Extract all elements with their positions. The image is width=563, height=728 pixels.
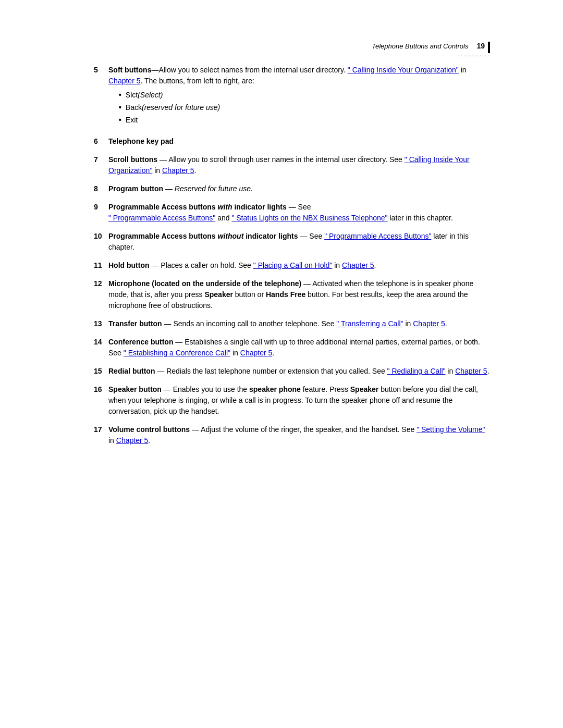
item-16-body: Speaker button — Enables you to use the … (108, 384, 490, 417)
item-number-16: 16 (94, 384, 108, 417)
link-placing-call-on-hold[interactable]: " Placing a Call on Hold" (253, 261, 333, 269)
item-7-body: Scroll buttons — Allow you to scroll thr… (108, 154, 490, 176)
list-item: 7 Scroll buttons — Allow you to scroll t… (94, 154, 490, 176)
link-chapter5-1[interactable]: Chapter 5 (108, 77, 140, 85)
bullet-list-5: Slct (Select) Back (reserved for future … (119, 90, 490, 126)
item-12-body: Microphone (located on the underside of … (108, 278, 490, 311)
link-prog-access-buttons-1[interactable]: " Programmable Access Buttons" (108, 214, 215, 222)
link-chapter5-6[interactable]: Chapter 5 (455, 367, 487, 375)
list-item: 9 Programmable Access buttons with indic… (94, 202, 490, 224)
header-title: Telephone Buttons and Controls (372, 42, 468, 50)
header-dots: ............ (458, 51, 490, 57)
link-conference-call[interactable]: " Establishing a Conference Call" (124, 349, 230, 357)
item-16-speaker-bold: Speaker (350, 385, 378, 393)
item-number-5: 5 (94, 65, 108, 129)
link-setting-volume[interactable]: " Setting the Volume" (417, 425, 485, 434)
item-12-speaker: Speaker (204, 290, 232, 299)
item-number-17: 17 (94, 424, 108, 446)
content-area: 5 Soft buttons—Allow you to select names… (94, 65, 490, 446)
item-number-13: 13 (94, 318, 108, 329)
list-item: 11 Hold button — Places a caller on hold… (94, 260, 490, 271)
list-item: 17 Volume control buttons — Adjust the v… (94, 424, 490, 446)
item-8-body: Program button — Reserved for future use… (108, 183, 490, 194)
list-item: 16 Speaker button — Enables you to use t… (94, 384, 490, 417)
item-10-label: Programmable Access buttons without indi… (108, 232, 298, 240)
link-chapter5-4[interactable]: Chapter 5 (413, 319, 445, 328)
item-13-label: Transfer button (108, 319, 162, 328)
page: Telephone Buttons and Controls 19 ......… (0, 0, 563, 728)
link-chapter5-2[interactable]: Chapter 5 (162, 166, 194, 175)
list-item: 6 Telephone key pad (94, 136, 490, 147)
item-17-label: Volume control buttons (108, 425, 190, 434)
list-item: 14 Conference button — Establishes a sin… (94, 337, 490, 359)
bullet-item-slct: Slct (Select) (119, 90, 490, 101)
item-5-bold: Soft buttons (108, 66, 151, 74)
item-9-body: Programmable Access buttons with indicat… (108, 202, 490, 224)
bullet-item-back: Back (reserved for future use) (119, 102, 490, 113)
item-6-label: Telephone key pad (108, 137, 174, 145)
item-11-body: Hold button — Places a caller on hold. S… (108, 260, 490, 271)
item-15-label: Redial button (108, 367, 155, 375)
list-item: 15 Redial button — Redials the last tele… (94, 366, 490, 377)
item-16-speaker-phone: speaker phone (249, 385, 301, 393)
list-item: 13 Transfer button — Sends an incoming c… (94, 318, 490, 329)
link-chapter5-3[interactable]: Chapter 5 (342, 261, 374, 269)
item-11-label: Hold button (108, 261, 150, 269)
item-12-handsfree: Hands Free (266, 290, 305, 299)
link-chapter5-5[interactable]: Chapter 5 (240, 349, 272, 357)
link-calling-inside-org-1[interactable]: " Calling Inside Your Organization" (348, 66, 459, 74)
item-14-body: Conference button — Establishes a single… (108, 337, 490, 359)
link-prog-access-buttons-2[interactable]: " Programmable Access Buttons" (324, 232, 431, 240)
item-16-label: Speaker button (108, 385, 162, 393)
item-7-label: Scroll buttons (108, 155, 157, 164)
item-number-9: 9 (94, 202, 108, 224)
item-9-label: Programmable Access buttons with indicat… (108, 203, 287, 211)
item-14-label: Conference button (108, 338, 173, 346)
item-12-label: Microphone (located on the underside of … (108, 279, 301, 288)
item-number-8: 8 (94, 183, 108, 194)
item-6-body: Telephone key pad (108, 136, 490, 147)
link-chapter5-7[interactable]: Chapter 5 (116, 436, 148, 445)
item-15-body: Redial button — Redials the last telepho… (108, 366, 490, 377)
page-header: Telephone Buttons and Controls 19 ......… (94, 42, 490, 50)
item-17-body: Volume control buttons — Adjust the volu… (108, 424, 490, 446)
item-5-body: Soft buttons—Allow you to select names f… (108, 65, 490, 129)
item-number-15: 15 (94, 366, 108, 377)
list-item: 5 Soft buttons—Allow you to select names… (94, 65, 490, 129)
item-number-12: 12 (94, 278, 108, 311)
page-number: 19 (473, 42, 488, 50)
item-number-11: 11 (94, 260, 108, 271)
item-8-label: Program button (108, 184, 163, 193)
link-redialing-call[interactable]: " Redialing a Call" (387, 367, 446, 375)
bullet-item-exit: Exit (119, 115, 490, 126)
bullet-back-italic: (reserved for future use) (142, 102, 220, 113)
item-number-10: 10 (94, 231, 108, 253)
item-number-7: 7 (94, 154, 108, 176)
link-status-lights[interactable]: " Status Lights on the NBX Business Tele… (231, 214, 387, 222)
list-item: 10 Programmable Access buttons without i… (94, 231, 490, 253)
list-item: 12 Microphone (located on the underside … (94, 278, 490, 311)
item-8-italic: Reserved for future use. (175, 184, 253, 193)
list-item: 8 Program button — Reserved for future u… (94, 183, 490, 194)
item-10-body: Programmable Access buttons without indi… (108, 231, 490, 253)
item-13-body: Transfer button — Sends an incoming call… (108, 318, 490, 329)
link-transferring-call[interactable]: " Transferring a Call" (336, 319, 403, 328)
item-number-6: 6 (94, 136, 108, 147)
bullet-slct-italic: (Select) (138, 90, 163, 101)
item-number-14: 14 (94, 337, 108, 359)
